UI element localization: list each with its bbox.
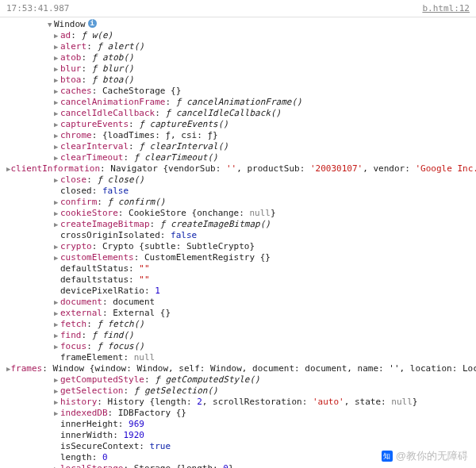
expand-arrow-right-icon[interactable]: ▶: [54, 63, 60, 75]
property-row[interactable]: ▶alert: ƒ alert(): [5, 41, 476, 52]
expand-arrow-right-icon[interactable]: ▶: [54, 386, 60, 397]
property-row[interactable]: ▶blur: ƒ blur(): [5, 63, 476, 75]
property-key: clearTimeout: [60, 152, 123, 163]
property-row[interactable]: ▶createImageBitmap: ƒ createImageBitmap(…: [5, 219, 476, 230]
property-row[interactable]: ▶history: History {length: 2, scrollRest…: [5, 397, 476, 408]
property-key: length: [60, 452, 92, 463]
expand-arrow-right-icon[interactable]: ▶: [54, 30, 60, 41]
property-value: Navigator {vendorSub: '', productSub: '2…: [110, 163, 476, 175]
property-value: CookieStore {onchange: null}: [129, 208, 275, 219]
expand-arrow-right-icon[interactable]: ▶: [54, 341, 60, 352]
expand-arrow-right-icon[interactable]: ▶: [54, 297, 60, 308]
property-row[interactable]: ▶atob: ƒ atob(): [5, 52, 476, 63]
property-row[interactable]: ▶external: External {}: [5, 308, 476, 319]
property-row: crossOriginIsolated: false: [5, 230, 476, 241]
property-value: false: [102, 186, 129, 197]
property-row[interactable]: ▶confirm: ƒ confirm(): [5, 197, 476, 208]
property-key: chrome: [60, 130, 92, 141]
property-row[interactable]: ▶clearInterval: ƒ clearInterval(): [5, 141, 476, 152]
property-key: ad: [60, 30, 71, 41]
expand-arrow-right-icon[interactable]: ▶: [54, 374, 60, 386]
property-value: CacheStorage {}: [102, 86, 181, 97]
property-value: "": [139, 274, 149, 286]
property-row[interactable]: ▶fetch: ƒ fetch(): [5, 319, 476, 330]
property-row[interactable]: ▶clientInformation: Navigator {vendorSub…: [5, 163, 476, 175]
property-row[interactable]: ▶localStorage: Storage {length: 0}: [5, 463, 476, 468]
property-row[interactable]: ▶customElements: CustomElementRegistry {…: [5, 252, 476, 263]
expand-arrow-right-icon[interactable]: ▶: [54, 97, 60, 108]
source-link[interactable]: b.html:12: [422, 3, 470, 13]
expand-arrow-right-icon[interactable]: ▶: [54, 308, 60, 319]
expand-arrow-right-icon[interactable]: ▶: [54, 75, 60, 86]
property-value: ƒ focus(): [97, 341, 144, 352]
property-row[interactable]: ▶cancelAnimationFrame: ƒ cancelAnimation…: [5, 97, 476, 108]
expand-arrow-right-icon[interactable]: ▶: [54, 397, 60, 408]
expand-arrow-right-icon[interactable]: ▶: [54, 130, 60, 141]
expand-arrow-right-icon[interactable]: ▶: [54, 197, 60, 208]
root-row[interactable]: ▼ Window i: [5, 19, 476, 30]
property-row[interactable]: ▶getComputedStyle: ƒ getComputedStyle(): [5, 374, 476, 386]
property-key: innerHeight: [60, 419, 118, 430]
expand-arrow-right-icon[interactable]: ▶: [54, 241, 60, 252]
property-row[interactable]: ▶find: ƒ find(): [5, 330, 476, 341]
expand-arrow-right-icon[interactable]: ▶: [54, 252, 60, 263]
property-row[interactable]: ▶crypto: Crypto {subtle: SubtleCrypto}: [5, 241, 476, 252]
expand-arrow-down-icon[interactable]: ▼: [48, 19, 54, 30]
property-key: focus: [60, 341, 86, 352]
property-value: CustomElementRegistry {}: [144, 252, 271, 263]
property-key: caches: [60, 86, 92, 97]
expand-arrow-right-icon[interactable]: ▶: [54, 219, 60, 230]
expand-arrow-right-icon[interactable]: ▶: [54, 330, 60, 341]
property-row[interactable]: ▶clearTimeout: ƒ clearTimeout(): [5, 152, 476, 163]
property-key: cancelAnimationFrame: [60, 97, 165, 108]
property-row[interactable]: ▶cookieStore: CookieStore {onchange: nul…: [5, 208, 476, 219]
property-row[interactable]: ▶btoa: ƒ btoa(): [5, 75, 476, 86]
property-row[interactable]: ▶cancelIdleCallback: ƒ cancelIdleCallbac…: [5, 108, 476, 119]
property-key: close: [60, 175, 86, 186]
expand-arrow-right-icon[interactable]: ▶: [54, 141, 60, 152]
property-value: 1: [155, 286, 160, 297]
property-value: ƒ close(): [97, 175, 144, 186]
property-row[interactable]: ▶focus: ƒ focus(): [5, 341, 476, 352]
property-value: ƒ clearInterval(): [139, 141, 228, 152]
property-row[interactable]: ▶document: document: [5, 297, 476, 308]
property-value: {loadTimes: ƒ, csi: ƒ}: [102, 130, 218, 141]
property-row[interactable]: ▶getSelection: ƒ getSelection(): [5, 386, 476, 397]
property-value: ƒ createImageBitmap(): [160, 219, 271, 230]
property-row[interactable]: ▶close: ƒ close(): [5, 175, 476, 186]
property-value: ƒ btoa(): [92, 75, 134, 86]
property-key: defaultstatus: [60, 274, 129, 286]
property-value: ƒ alert(): [97, 41, 144, 52]
property-key: cancelIdleCallback: [60, 108, 155, 119]
property-key: alert: [60, 41, 86, 52]
expand-arrow-right-icon[interactable]: ▶: [54, 108, 60, 119]
expand-arrow-right-icon[interactable]: ▶: [54, 52, 60, 63]
expand-arrow-right-icon[interactable]: ▶: [54, 86, 60, 97]
property-value: ƒ fetch(): [97, 319, 144, 330]
expand-arrow-right-icon[interactable]: ▶: [54, 208, 60, 219]
property-row[interactable]: ▶indexedDB: IDBFactory {}: [5, 408, 476, 419]
property-value: Window {window: Window, self: Window, do…: [52, 363, 476, 374]
expand-arrow-right-icon[interactable]: ▶: [54, 41, 60, 52]
property-row[interactable]: ▶frames: Window {window: Window, self: W…: [5, 363, 476, 374]
info-icon[interactable]: i: [88, 19, 97, 28]
expand-arrow-right-icon[interactable]: ▶: [54, 319, 60, 330]
property-row[interactable]: ▶captureEvents: ƒ captureEvents(): [5, 119, 476, 130]
property-key: getSelection: [60, 386, 123, 397]
property-value: Crypto {subtle: SubtleCrypto}: [102, 241, 255, 252]
property-row[interactable]: ▶ad: ƒ w(e): [5, 30, 476, 41]
property-value: 969: [129, 419, 144, 430]
property-row: defaultstatus: "": [5, 274, 476, 286]
property-row: devicePixelRatio: 1: [5, 286, 476, 297]
property-value: null: [134, 352, 155, 363]
property-value: ƒ w(e): [82, 30, 113, 41]
expand-arrow-right-icon[interactable]: ▶: [54, 463, 60, 468]
property-value: ƒ getSelection(): [134, 386, 218, 397]
expand-arrow-right-icon[interactable]: ▶: [54, 152, 60, 163]
expand-arrow-right-icon[interactable]: ▶: [54, 119, 60, 130]
expand-arrow-right-icon[interactable]: ▶: [54, 408, 60, 419]
property-key: indexedDB: [60, 408, 108, 419]
expand-arrow-right-icon[interactable]: ▶: [54, 175, 60, 186]
property-row[interactable]: ▶chrome: {loadTimes: ƒ, csi: ƒ}: [5, 130, 476, 141]
property-row[interactable]: ▶caches: CacheStorage {}: [5, 86, 476, 97]
